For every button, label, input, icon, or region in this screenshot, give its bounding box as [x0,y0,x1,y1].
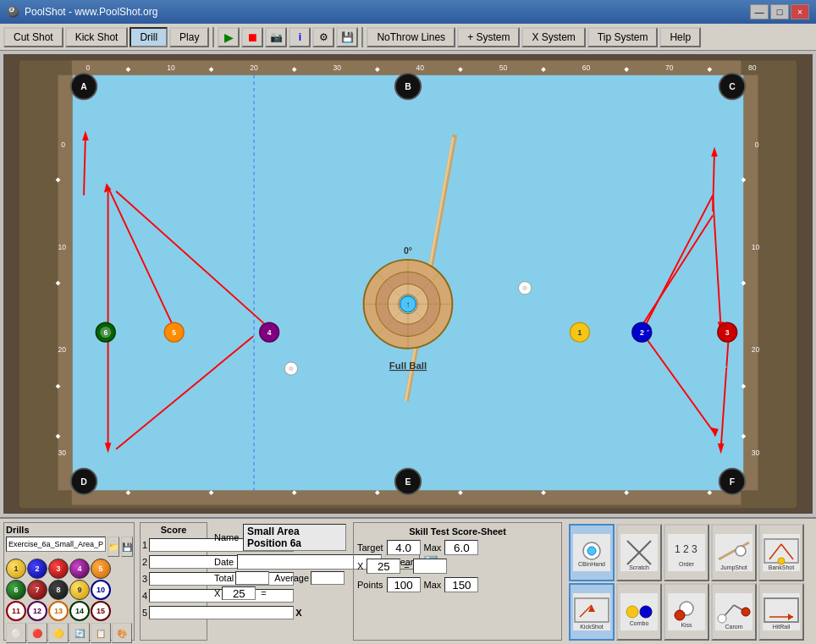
ball-14[interactable]: 14 [69,601,90,621]
ball-3[interactable]: 3 [48,559,69,579]
cbinhand-button[interactable]: CBinHand [569,524,615,581]
svg-text:70: 70 [665,63,674,72]
kiss-button[interactable]: Kiss [664,583,709,641]
minimize-button[interactable]: — [750,4,769,19]
svg-text:6: 6 [103,328,108,337]
points-input[interactable] [387,577,421,592]
kick-shot-button[interactable]: Kick Shot [65,27,129,47]
drills-title: Drills [6,525,132,535]
plus-system-button[interactable]: + System [457,27,520,47]
drill-button[interactable]: Drill [130,27,168,47]
save-icon-button[interactable]: 💾 [336,27,358,47]
drills-input[interactable] [6,537,106,552]
svg-point-149 [718,614,726,623]
ball-7[interactable]: 7 [27,580,47,600]
camera-icon-button[interactable]: 📷 [265,27,287,47]
drills-panel: Drills 📁 💾 1 2 3 4 5 6 7 8 9 10 11 [3,522,135,641]
score-row-5: 5 X [142,604,205,621]
svg-point-139 [626,606,638,618]
svg-text:D: D [80,477,87,487]
svg-text:20: 20 [58,345,67,354]
score-num-4: 4 [142,591,147,601]
order-button[interactable]: 1 2 3 Order [664,524,709,581]
max-label-1: Max [424,542,442,553]
app-icon: 🎱 [7,6,19,18]
x-value-bottom[interactable] [222,586,256,600]
ball-8[interactable]: 8 [48,580,69,600]
score-num-3: 3 [142,574,147,584]
svg-text:10: 10 [167,63,175,72]
ball-1[interactable]: 1 [6,559,26,579]
tip-system-button[interactable]: Tip System [587,27,659,47]
ball-10[interactable]: 10 [91,580,111,600]
svg-text:Combo: Combo [630,620,649,626]
ball-9[interactable]: 9 [69,580,90,600]
ball-2[interactable]: 2 [27,559,47,579]
toolbar-separator-2 [361,27,363,47]
settings-icon-button[interactable]: ⚙ [312,27,334,47]
misc-btn-3[interactable]: 🟡 [48,623,69,643]
svg-text:CBinHand: CBinHand [578,561,605,567]
info-icon-button[interactable]: i [289,27,311,47]
pool-table-container[interactable]: 0 10 20 30 40 50 60 70 80 0 10 20 30 0 1… [3,54,813,514]
svg-text:50: 50 [499,63,508,72]
save-drill-button[interactable]: 💾 [121,537,133,557]
play-icon-button[interactable]: ▶ [218,27,240,47]
skill-panel: Skill Test Score-Sheet Target Max X = Po… [353,522,562,641]
svg-rect-4 [743,75,758,491]
hitrail-button[interactable]: HitRail [758,583,804,641]
target-input[interactable] [387,540,421,555]
bankshot-button[interactable]: BankShot [758,524,804,581]
max-input-2[interactable] [444,577,478,592]
svg-text:30: 30 [333,63,341,72]
combo-button[interactable]: Combo [616,583,662,641]
svg-point-150 [742,608,750,616]
svg-point-144 [675,610,685,620]
svg-text:0: 0 [755,140,759,149]
score-panel: Score 1 X 2 3 4 5 X [140,522,207,641]
help-button[interactable]: Help [659,27,701,47]
x-input-skill[interactable] [367,559,400,574]
misc-btn-4[interactable]: 🔄 [69,623,90,643]
main-area: 0 10 20 30 40 50 60 70 80 0 10 20 30 0 1… [0,51,816,517]
total-input[interactable] [235,571,269,585]
stop-icon-button[interactable]: ⏹ [241,27,263,47]
nothrow-button[interactable]: NoThrow Lines [367,27,455,47]
maximize-button[interactable]: □ [770,4,789,19]
kickshot-button[interactable]: KickShot [569,583,615,641]
score-num-5: 5 [142,608,147,618]
misc-btn-5[interactable]: 📋 [91,623,111,643]
ball-4[interactable]: 4 [69,559,90,579]
misc-btn-2[interactable]: 🔴 [27,623,47,643]
scratch-button[interactable]: Scratch [616,524,662,581]
score-num-2: 2 [142,557,147,567]
x-system-button[interactable]: X System [521,27,585,47]
carom-button[interactable]: Carom [711,583,757,641]
play-button[interactable]: Play [169,27,209,47]
svg-text:3: 3 [692,543,697,555]
svg-text:A: A [80,82,87,91]
max-label-2: Max [424,580,442,590]
ball-5[interactable]: 5 [91,559,111,579]
svg-text:Carom: Carom [725,624,742,630]
max-input-1[interactable] [444,540,478,555]
ball-12[interactable]: 12 [27,601,47,621]
result-skill[interactable] [413,559,447,574]
jumpshot-button[interactable]: JumpShot [711,524,757,581]
ball-6[interactable]: 6 [6,580,26,600]
misc-btn-1[interactable]: ⚪ [6,623,26,643]
ball-15[interactable]: 15 [91,601,111,621]
pool-table[interactable]: 0 10 20 30 40 50 60 70 80 0 10 20 30 0 1… [3,54,813,514]
open-file-button[interactable]: 📁 [108,537,119,557]
svg-text:20: 20 [752,345,760,354]
misc-btn-6[interactable]: 🎨 [112,623,132,643]
svg-text:2: 2 [683,543,689,555]
svg-rect-3 [58,75,73,491]
svg-text:Full Ball: Full Ball [389,361,427,371]
cut-shot-button[interactable]: Cut Shot [3,27,63,47]
average-input[interactable] [311,571,345,585]
ball-11[interactable]: 11 [6,601,26,621]
close-button[interactable]: × [791,4,809,19]
ball-13[interactable]: 13 [48,601,69,621]
score-row-2: 2 [142,553,205,570]
